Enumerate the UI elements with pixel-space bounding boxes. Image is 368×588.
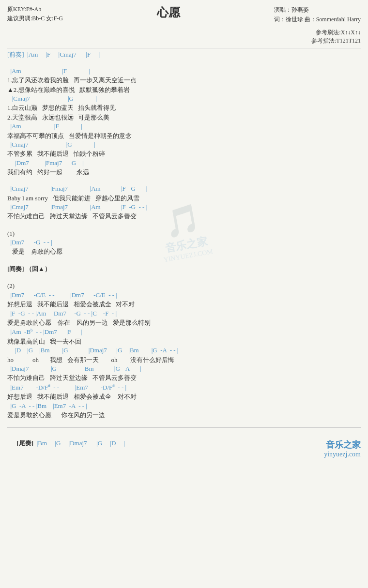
chorus-lyric1: Baby I am sorry 但我只能前进 穿越心里的风雪: [7, 194, 361, 203]
logo-bottom-right: 音乐之家 yinyuezj.com: [324, 439, 361, 458]
verse-lyric3: 幸福高不可攀的顶点 当爱情是种朝圣的意念: [7, 131, 361, 141]
interlude-section: [间奏] （回▲）: [7, 264, 361, 274]
verse-chord3: |Am |F |: [7, 122, 361, 131]
s2-lyric6: 好想后退 我不能后退 相爱会被成全 对不对: [7, 392, 361, 402]
header-center: 心愿: [157, 5, 180, 25]
header: 原KEY:F#-Ab 建议男调:Bb-C 女:F-G 心愿 演唱：孙燕姿 词：徐…: [7, 5, 361, 25]
divider-bottom: [7, 427, 361, 428]
chorus-chord1: |Cmaj7 |Fmaj7 |Am |F -G - - |: [7, 184, 361, 193]
section1-chord: |Dm7 -G - - |: [7, 238, 361, 247]
section2: (2) |Dm7 -C/E - - |Dm7 -C/E - - | 好想后退 我…: [7, 281, 361, 420]
verse-chord2: |Cmaj7 |G |: [7, 94, 361, 103]
logo-main: 音乐之家: [324, 439, 361, 451]
verse-chord4: |Cmaj7 |G |: [7, 140, 361, 149]
header-key-info: 原KEY:F#-Ab 建议男调:Bb-C 女:F-G: [7, 5, 63, 25]
s2-lyric5: 不怕为难自己 跨过天堂边缘 不管风云多善变: [7, 373, 361, 383]
divider-top: [7, 48, 361, 48]
verse-lyric4: 不管多累 我不能后退 怕跌个粉碎: [7, 149, 361, 159]
intro-chord: [前奏] |Am |F |Cmaj7 |F |: [7, 50, 361, 59]
s2-chord3: |Am -Bb - - |Dm7 |F |: [7, 327, 361, 337]
verse-lyric2a: 1.白云山巅 梦想的蓝天 抬头就看得见: [7, 103, 361, 113]
credits-info: 词：徐世珍 曲：Sommerdahl Harry: [274, 15, 361, 24]
s2-lyric4: ho oh 我想 会有那一天 oh 没有什么好后悔: [7, 355, 361, 365]
section1-lyric: 爱是 勇敢的心愿: [7, 247, 361, 256]
chorus-lyric2: 不怕为难自己 跨过天堂边缘 不管风云多善变: [7, 211, 361, 221]
strumming2: 参考指法:T121T121: [7, 37, 361, 45]
verse-lyric5: 我们有约 约好一起 永远: [7, 167, 361, 177]
chorus-section: |Cmaj7 |Fmaj7 |Am |F -G - - | Baby I am …: [7, 184, 361, 221]
s2-chord5: |Dmaj7 |G |Bm |G -A - - |: [7, 364, 361, 373]
s2-chord1: |Dm7 -C/E - - |Dm7 -C/E - - |: [7, 291, 361, 300]
section1-label: (1): [7, 229, 361, 239]
intro-section: [前奏] |Am |F |Cmaj7 |F |: [7, 50, 361, 59]
s2-chord7: |G -A - - |Bm |Em7 -A - - |: [7, 402, 361, 410]
verse-section: |Am |F | 1.忘了风还吹着我的脸 再一步又离天空近一点 ▲2.想像站在巅…: [7, 67, 361, 177]
page: 🎵 音乐之家 YINYUEZJ.COM 原KEY:F#-Ab 建议男调:Bb-C…: [0, 0, 368, 463]
section2-label: (2): [7, 281, 361, 291]
verse-chord1: |Am |F |: [7, 67, 361, 75]
chorus-chord2: |Cmaj7 |Fmaj7 |Am |F -G - - |: [7, 203, 361, 211]
header-right: 演唱：孙燕姿 词：徐世珍 曲：Sommerdahl Harry: [274, 5, 361, 25]
outro-section: [尾奏] |Bm |G |Dmaj7 |G |D |: [7, 430, 361, 456]
suggest-key-text: 建议男调:Bb-C 女:F-G: [7, 14, 63, 23]
verse-chord5: |Dm7 |Fmaj7 G |: [7, 159, 361, 167]
outro-chord: [尾奏] |Bm |G |Dmaj7 |G |D |: [7, 430, 361, 456]
s2-chord4: |D |G |Bm |G |Dmaj7 |G |Bm |G -A - - |: [7, 346, 361, 355]
strumming1: 参考刷法:X↑↓X↑↓: [7, 29, 361, 37]
verse-lyric2b: 2.天堂很高 永远也很远 可是那么美: [7, 113, 361, 122]
s2-lyric1: 好想后退 我不能后退 相爱会被成全 对不对: [7, 300, 361, 309]
s2-lyric3: 就像最高的山 我一去不回: [7, 337, 361, 347]
outro-label: [尾奏]: [17, 439, 34, 447]
s2-chord6: |Em7 -D/F# - - |Em7 -D/F# - - |: [7, 383, 361, 392]
singer-info: 演唱：孙燕姿: [274, 5, 361, 15]
s2-chord2: |F -G - - |Am |Dm7 -G - - |C -F - |: [7, 309, 361, 318]
key-info-text: 原KEY:F#-Ab: [7, 5, 63, 14]
song-title: 心愿: [157, 5, 180, 20]
verse-lyric1a: 1.忘了风还吹着我的脸 再一步又离天空近一点: [7, 75, 361, 85]
strumming-info: 参考刷法:X↑↓X↑↓ 参考指法:T121T121: [7, 29, 361, 45]
logo-url: yinyuezj.com: [324, 451, 361, 458]
verse-lyric1b: ▲2.想像站在巅峰的喜悦 默默孤独的攀着岩: [7, 85, 361, 95]
s2-lyric7: 爱是勇敢的心愿 你在风的另一边: [7, 410, 361, 420]
section1: (1) |Dm7 -G - - | 爱是 勇敢的心愿: [7, 229, 361, 256]
interlude-label: [间奏] （回▲）: [7, 264, 361, 274]
s2-lyric2: 爱是勇敢的心愿 你在 风的另一边 爱是那么特别: [7, 318, 361, 328]
